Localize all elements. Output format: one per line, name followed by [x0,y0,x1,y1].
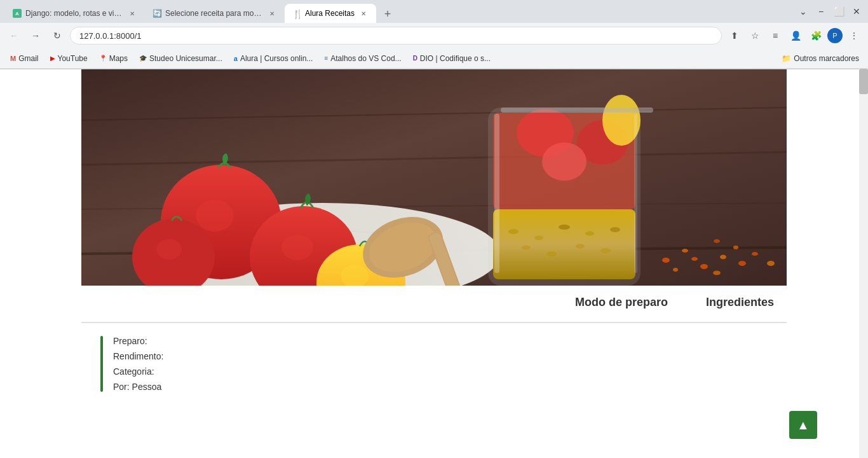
bookmark-studeo[interactable]: 🎓 Studeo Unicesumar... [134,51,227,66]
bookmark-youtube-label: YouTube [58,54,88,63]
page-content: Modo de preparo Ingredientes Preparo: Re… [0,69,868,458]
toolbar-icons: ⬆ ☆ ≡ 👤 🧩 P ⋮ [726,27,863,45]
close-button[interactable]: ✕ [850,5,863,18]
svg-point-14 [156,239,182,260]
tab-alura[interactable]: 🍴 Alura Receitas ✕ [285,4,376,23]
hero-food-svg [81,69,787,286]
gmail-favicon: M [10,55,16,62]
svg-point-27 [610,227,620,232]
svg-point-29 [546,251,557,256]
svg-point-23 [508,229,519,234]
bookmark-vs[interactable]: ≡ Atalhos do VS Cod... [319,51,406,66]
por-info: Por: Pessoa [113,382,163,392]
menu-icon[interactable]: ⋮ [845,27,863,45]
tab-label-alura: Alura Receitas [305,9,355,18]
scroll-tabs-down-icon[interactable]: ⌄ [797,5,810,18]
svg-point-24 [534,236,543,240]
recipe-hero-image [81,69,787,286]
outros-marcadores[interactable]: 📁 Outros marcadores [778,51,863,66]
preparo-info: Preparo: [113,336,163,346]
folder-icon: 📁 [782,54,791,63]
recipe-info-section: Preparo: Rendimento: Categoria: Por: Pes… [81,323,787,405]
new-tab-button[interactable]: + [379,5,397,23]
title-bar: A Django: modelo, rotas e views: A ✕ 🔄 S… [0,0,868,23]
categoria-label: Categoria: [113,366,154,377]
tabs-area: A Django: modelo, rotas e views: A ✕ 🔄 S… [5,0,792,23]
tab-selecione[interactable]: 🔄 Selecione receita para modificar ✕ [145,4,285,23]
bookmark-maps-label: Maps [109,54,128,63]
forward-button[interactable]: → [27,27,44,45]
svg-point-26 [585,232,594,236]
svg-point-30 [576,244,585,249]
por-value: Pessoa [132,382,162,392]
svg-point-46 [691,257,698,261]
scrollbar-thumb[interactable] [859,69,868,94]
svg-point-31 [600,248,611,253]
tab-close-selecione[interactable]: ✕ [267,8,277,18]
svg-point-45 [673,268,678,272]
svg-point-50 [714,239,720,243]
recipe-tabs: Modo de preparo Ingredientes [81,286,787,323]
rendimento-label: Rendimento: [113,351,163,361]
address-input[interactable] [70,27,722,45]
bookmark-gmail[interactable]: M Gmail [5,51,44,66]
reload-button[interactable]: ↻ [48,27,66,45]
maps-favicon: 📍 [99,55,107,62]
bookmark-star-icon[interactable]: ☆ [746,27,764,45]
tab-label-django: Django: modelo, rotas e views: A [25,9,123,18]
recipe-info-border [100,336,103,392]
back-button[interactable]: ← [5,27,23,45]
studeo-favicon: 🎓 [139,55,147,62]
browser-scrollbar[interactable] [859,69,868,458]
browser-chrome: A Django: modelo, rotas e views: A ✕ 🔄 S… [0,0,868,69]
categoria-info: Categoria: [113,366,163,377]
por-label: Por: [113,382,130,392]
bookmark-youtube[interactable]: ▶ YouTube [45,51,93,66]
bookmark-studeo-label: Studeo Unicesumar... [149,54,222,63]
svg-point-10 [196,200,234,232]
tab-favicon-select: 🔄 [153,9,161,18]
bookmark-alura[interactable]: a Alura | Cursos onlin... [229,51,318,66]
extensions-icon[interactable]: 🧩 [807,27,825,45]
outros-marcadores-label: Outros marcadores [794,54,859,63]
preparo-label: Preparo: [113,336,147,346]
tab-close-django[interactable]: ✕ [127,8,137,18]
svg-point-49 [767,261,775,266]
svg-point-42 [700,264,708,269]
tab-ingredientes[interactable]: Ingredientes [706,296,774,312]
svg-rect-39 [634,114,637,273]
svg-rect-38 [494,114,499,273]
bookmark-vs-label: Atalhos do VS Cod... [330,54,401,63]
profile-icon[interactable]: 👤 [787,27,804,45]
share-icon[interactable]: ⬆ [726,27,743,45]
reading-list-icon[interactable]: ≡ [766,27,784,45]
address-bar-row: ← → ↻ ⬆ ☆ ≡ 👤 🧩 P ⋮ [0,23,868,48]
scroll-top-icon: ▲ [797,418,810,433]
avatar-icon[interactable]: P [827,28,843,43]
svg-point-28 [522,246,531,250]
svg-point-41 [682,249,688,253]
svg-point-48 [752,252,758,256]
dio-favicon: D [413,55,417,62]
tab-label-selecione: Selecione receita para modificar [165,9,263,18]
alura-favicon: a [234,55,238,62]
tab-modo-preparo[interactable]: Modo de preparo [575,296,668,312]
svg-point-12 [281,235,313,260]
bookmark-alura-label: Alura | Cursos onlin... [240,54,313,63]
svg-point-51 [733,246,738,249]
tab-django[interactable]: A Django: modelo, rotas e views: A ✕ [5,4,145,23]
bookmark-gmail-label: Gmail [18,54,38,63]
svg-rect-37 [501,108,653,113]
restore-button[interactable]: ⬜ [832,5,845,18]
tab-favicon-alura: 🍴 [292,9,301,18]
bookmark-dio[interactable]: D DIO | Codifique o s... [408,51,496,66]
bookmark-maps[interactable]: 📍 Maps [94,51,133,66]
recipe-info-items: Preparo: Rendimento: Categoria: Por: Pes… [113,336,163,392]
scroll-to-top-button[interactable]: ▲ [789,411,817,439]
svg-point-47 [713,271,721,275]
minimize-button[interactable]: − [815,5,827,18]
youtube-favicon: ▶ [50,55,55,62]
svg-point-40 [662,258,670,263]
svg-point-44 [738,261,746,266]
tab-close-alura[interactable]: ✕ [358,8,369,18]
